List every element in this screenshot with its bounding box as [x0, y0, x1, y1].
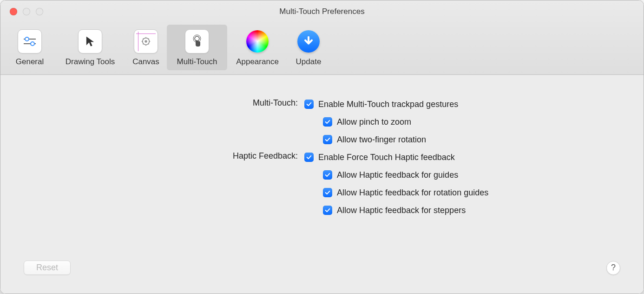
checkmark-icon — [304, 153, 314, 162]
tab-canvas[interactable]: Canvas — [125, 25, 167, 70]
svg-point-3 — [31, 42, 34, 46]
checkmark-icon — [323, 206, 332, 215]
help-button[interactable]: ? — [606, 261, 620, 275]
minimize-button[interactable] — [23, 8, 30, 15]
checkbox-haptic-rotation-guides[interactable]: Allow Haptic feedback for rotation guide… — [323, 187, 625, 199]
color-wheel-icon — [246, 30, 269, 53]
tab-label: Update — [296, 57, 322, 67]
download-icon — [297, 30, 320, 53]
tab-label: Appearance — [236, 57, 279, 67]
reset-button[interactable]: Reset — [24, 261, 71, 275]
titlebar: Multi-Touch Preferences — [0, 0, 644, 23]
preferences-toolbar: General Drawing Tools — [0, 23, 644, 75]
checkbox-haptic-guides[interactable]: Allow Haptic feedback for guides — [323, 169, 625, 181]
checkbox-enable-haptic[interactable]: Enable Force Touch Haptic feedback — [304, 151, 625, 163]
checkbox-two-finger-rotation[interactable]: Allow two-finger rotation — [323, 134, 625, 146]
checkbox-label: Allow Haptic feedback for steppers — [337, 206, 466, 215]
tab-multi-touch[interactable]: Multi-Touch — [167, 25, 227, 70]
sliders-icon — [18, 29, 42, 53]
checkbox-label: Allow Haptic feedback for guides — [337, 170, 458, 180]
multitouch-section-label: Multi-Touch: — [19, 98, 298, 108]
preferences-window: Multi-Touch Preferences General — [0, 0, 644, 294]
checkbox-label: Allow Haptic feedback for rotation guide… — [337, 188, 488, 198]
tab-label: Drawing Tools — [66, 57, 115, 67]
checkbox-pinch-zoom[interactable]: Allow pinch to zoom — [323, 116, 625, 128]
svg-line-11 — [148, 44, 149, 45]
tab-update[interactable]: Update — [288, 25, 329, 70]
svg-line-13 — [148, 39, 149, 40]
content-area: Multi-Touch: Enable Multi-Touch trackpad… — [0, 75, 644, 294]
close-button[interactable] — [10, 8, 17, 15]
svg-point-5 — [145, 40, 147, 43]
checkmark-icon — [304, 100, 314, 109]
checkmark-icon — [323, 117, 332, 127]
svg-point-14 — [195, 36, 199, 41]
touch-icon — [185, 29, 209, 53]
checkbox-label: Allow two-finger rotation — [337, 135, 426, 145]
svg-line-10 — [143, 39, 144, 40]
svg-line-12 — [143, 44, 144, 45]
tab-appearance[interactable]: Appearance — [227, 25, 288, 70]
checkbox-label: Allow pinch to zoom — [337, 117, 411, 127]
checkbox-enable-multitouch[interactable]: Enable Multi-Touch trackpad gestures — [304, 98, 625, 110]
haptic-section-label: Haptic Feedback: — [19, 151, 298, 161]
tab-label: Multi-Touch — [177, 57, 217, 67]
checkmark-icon — [323, 170, 332, 180]
footer: Reset ? — [19, 261, 625, 284]
checkmark-icon — [323, 188, 332, 197]
tab-label: General — [16, 57, 44, 67]
svg-point-1 — [25, 37, 29, 41]
tab-drawing-tools[interactable]: Drawing Tools — [55, 25, 125, 70]
checkbox-haptic-steppers[interactable]: Allow Haptic feedback for steppers — [323, 204, 625, 216]
zoom-button[interactable] — [36, 8, 43, 15]
tab-general[interactable]: General — [4, 25, 55, 70]
tab-label: Canvas — [132, 57, 159, 67]
checkbox-label: Enable Force Touch Haptic feedback — [318, 153, 455, 162]
window-title: Multi-Touch Preferences — [279, 7, 364, 16]
traffic-lights — [0, 8, 43, 15]
canvas-icon — [134, 29, 158, 53]
checkmark-icon — [323, 135, 332, 144]
cursor-icon — [78, 29, 102, 53]
checkbox-label: Enable Multi-Touch trackpad gestures — [318, 100, 458, 109]
